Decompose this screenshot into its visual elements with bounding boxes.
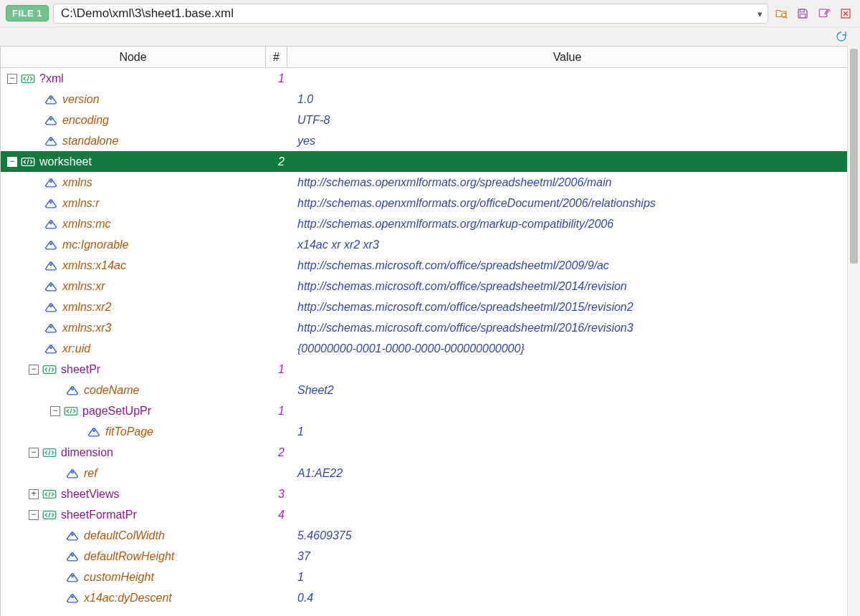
value-cell[interactable]: http://schemas.microsoft.com/office/spre… bbox=[287, 317, 847, 338]
collapse-toggle[interactable]: − bbox=[7, 157, 17, 167]
value-cell[interactable]: 0.4 bbox=[287, 587, 847, 608]
browse-folder-button[interactable] bbox=[773, 5, 790, 22]
node-cell[interactable]: defaultRowHeight bbox=[1, 546, 266, 567]
attribute-icon bbox=[44, 197, 58, 210]
tree-attribute-row[interactable]: xmlns:xr3http://schemas.microsoft.com/of… bbox=[1, 317, 847, 338]
refresh-button[interactable] bbox=[833, 28, 850, 45]
collapse-toggle[interactable]: − bbox=[50, 406, 60, 416]
tree-attribute-row[interactable]: customHeight1 bbox=[1, 567, 847, 587]
tree-element-row[interactable]: −?xml1 bbox=[1, 68, 847, 89]
value-cell[interactable] bbox=[287, 504, 847, 525]
node-cell[interactable]: defaultColWidth bbox=[1, 525, 266, 546]
tree-attribute-row[interactable]: xmlnshttp://schemas.openxmlformats.org/s… bbox=[1, 172, 847, 193]
value-cell[interactable]: http://schemas.openxmlformats.org/markup… bbox=[287, 213, 847, 234]
node-cell[interactable]: −pageSetUpPr bbox=[1, 400, 266, 421]
value-cell[interactable]: 1 bbox=[287, 567, 847, 587]
value-cell[interactable]: http://schemas.openxmlformats.org/spread… bbox=[287, 172, 847, 193]
vertical-scrollbar[interactable] bbox=[847, 46, 860, 616]
tree-grid[interactable]: Node # Value −?xml1version1.0encodingUTF… bbox=[0, 46, 847, 616]
scrollbar-thumb[interactable] bbox=[850, 49, 858, 264]
expand-toggle[interactable]: + bbox=[29, 489, 39, 499]
tree-attribute-row[interactable]: version1.0 bbox=[1, 89, 847, 110]
close-button[interactable] bbox=[837, 5, 854, 22]
node-cell[interactable]: codeName bbox=[1, 380, 266, 400]
tree-attribute-row[interactable]: fitToPage1 bbox=[1, 421, 847, 442]
column-header-num[interactable]: # bbox=[266, 47, 287, 67]
collapse-toggle[interactable]: − bbox=[29, 448, 39, 458]
tree-attribute-row[interactable]: xmlns:xrhttp://schemas.microsoft.com/off… bbox=[1, 276, 847, 297]
node-cell[interactable]: encoding bbox=[1, 110, 266, 130]
collapse-toggle[interactable]: − bbox=[29, 510, 39, 520]
node-cell[interactable]: −sheetFormatPr bbox=[1, 504, 266, 525]
node-cell[interactable]: xmlns:x14ac bbox=[1, 255, 266, 276]
node-cell[interactable]: −?xml bbox=[1, 68, 266, 89]
column-header-value[interactable]: Value bbox=[287, 47, 847, 67]
node-cell[interactable]: standalone bbox=[1, 130, 266, 151]
node-cell[interactable]: −sheetPr bbox=[1, 359, 266, 380]
value-cell[interactable]: http://schemas.openxmlformats.org/office… bbox=[287, 193, 847, 213]
tree-element-row[interactable]: −worksheet2 bbox=[1, 151, 847, 172]
value-cell[interactable] bbox=[287, 359, 847, 380]
tree-attribute-row[interactable]: xmlns:x14achttp://schemas.microsoft.com/… bbox=[1, 255, 847, 276]
value-cell[interactable] bbox=[287, 151, 847, 172]
node-cell[interactable]: x14ac:dyDescent bbox=[1, 587, 266, 608]
tree-element-row[interactable]: +sheetViews3 bbox=[1, 483, 847, 504]
tree-attribute-row[interactable]: encodingUTF-8 bbox=[1, 110, 847, 130]
node-cell[interactable]: xmlns:r bbox=[1, 193, 266, 213]
tree-element-row[interactable]: −dimension2 bbox=[1, 442, 847, 463]
tree-attribute-row[interactable]: refA1:AE22 bbox=[1, 463, 847, 483]
tree-attribute-row[interactable]: xmlns:rhttp://schemas.openxmlformats.org… bbox=[1, 193, 847, 213]
value-cell[interactable] bbox=[287, 483, 847, 504]
value-cell[interactable]: UTF-8 bbox=[287, 110, 847, 130]
value-cell[interactable]: yes bbox=[287, 130, 847, 151]
file-path-input[interactable] bbox=[53, 4, 768, 24]
collapse-toggle[interactable]: − bbox=[29, 365, 39, 375]
node-cell[interactable]: version bbox=[1, 89, 266, 110]
save-button[interactable] bbox=[794, 5, 811, 22]
tree-attribute-row[interactable]: mc:Ignorablex14ac xr xr2 xr3 bbox=[1, 234, 847, 255]
value-cell[interactable] bbox=[287, 400, 847, 421]
value-cell[interactable]: {00000000-0001-0000-0000-000000000000} bbox=[287, 338, 847, 359]
node-cell[interactable]: +sheetViews bbox=[1, 483, 266, 504]
tree-attribute-row[interactable]: xmlns:xr2http://schemas.microsoft.com/of… bbox=[1, 297, 847, 317]
node-cell[interactable]: ref bbox=[1, 463, 266, 483]
node-cell[interactable]: xr:uid bbox=[1, 338, 266, 359]
value-cell[interactable]: A1:AE22 bbox=[287, 463, 847, 483]
node-cell[interactable]: customHeight bbox=[1, 567, 266, 587]
value-cell[interactable]: 1 bbox=[287, 421, 847, 442]
column-header-node[interactable]: Node bbox=[1, 47, 266, 67]
node-cell[interactable]: fitToPage bbox=[1, 421, 266, 442]
svg-point-33 bbox=[72, 596, 74, 598]
edit-button[interactable] bbox=[816, 5, 833, 22]
tree-attribute-row[interactable]: xr:uid{00000000-0001-0000-0000-000000000… bbox=[1, 338, 847, 359]
node-cell[interactable]: xmlns:mc bbox=[1, 213, 266, 234]
node-cell[interactable]: −worksheet bbox=[1, 151, 266, 172]
value-cell[interactable]: http://schemas.microsoft.com/office/spre… bbox=[287, 255, 847, 276]
collapse-toggle[interactable]: − bbox=[7, 74, 17, 84]
node-cell[interactable]: mc:Ignorable bbox=[1, 234, 266, 255]
tree-attribute-row[interactable]: xmlns:mchttp://schemas.openxmlformats.or… bbox=[1, 213, 847, 234]
tree-element-row[interactable]: −sheetPr1 bbox=[1, 359, 847, 380]
tree-element-row[interactable]: −pageSetUpPr1 bbox=[1, 400, 847, 421]
node-cell[interactable]: xmlns bbox=[1, 172, 266, 193]
tree-attribute-row[interactable]: defaultColWidth5.4609375 bbox=[1, 525, 847, 546]
value-cell[interactable]: Sheet2 bbox=[287, 380, 847, 400]
value-cell[interactable]: x14ac xr xr2 xr3 bbox=[287, 234, 847, 255]
tree-attribute-row[interactable]: defaultRowHeight37 bbox=[1, 546, 847, 567]
node-cell[interactable]: xmlns:xr3 bbox=[1, 317, 266, 338]
node-name: xmlns:mc bbox=[62, 218, 111, 231]
value-cell[interactable]: 5.4609375 bbox=[287, 525, 847, 546]
tree-attribute-row[interactable]: standaloneyes bbox=[1, 130, 847, 151]
tree-element-row[interactable]: −sheetFormatPr4 bbox=[1, 504, 847, 525]
value-cell[interactable]: 37 bbox=[287, 546, 847, 567]
tree-attribute-row[interactable]: codeNameSheet2 bbox=[1, 380, 847, 400]
value-cell[interactable]: 1.0 bbox=[287, 89, 847, 110]
node-cell[interactable]: xmlns:xr bbox=[1, 276, 266, 297]
node-cell[interactable]: −dimension bbox=[1, 442, 266, 463]
tree-attribute-row[interactable]: x14ac:dyDescent0.4 bbox=[1, 587, 847, 608]
node-cell[interactable]: xmlns:xr2 bbox=[1, 297, 266, 317]
value-cell[interactable] bbox=[287, 68, 847, 89]
value-cell[interactable]: http://schemas.microsoft.com/office/spre… bbox=[287, 276, 847, 297]
value-cell[interactable] bbox=[287, 442, 847, 463]
value-cell[interactable]: http://schemas.microsoft.com/office/spre… bbox=[287, 297, 847, 317]
